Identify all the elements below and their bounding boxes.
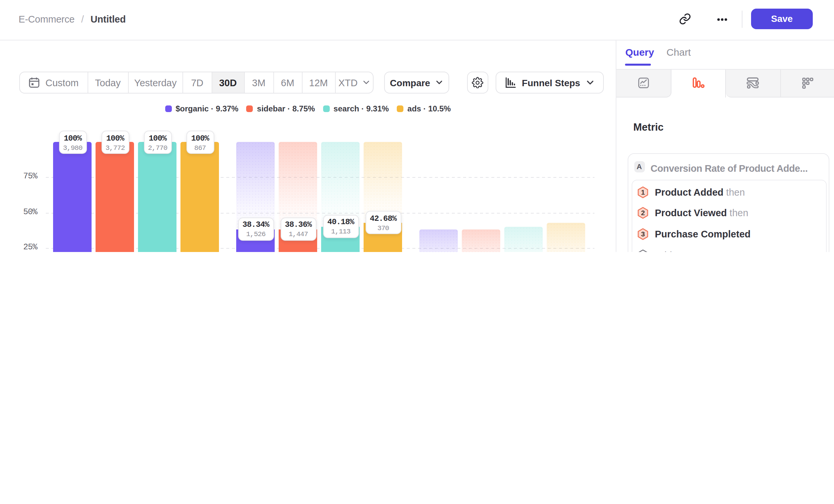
svg-text:3: 3	[641, 230, 644, 238]
svg-text:2: 2	[641, 209, 644, 217]
svg-text:1: 1	[641, 188, 644, 196]
